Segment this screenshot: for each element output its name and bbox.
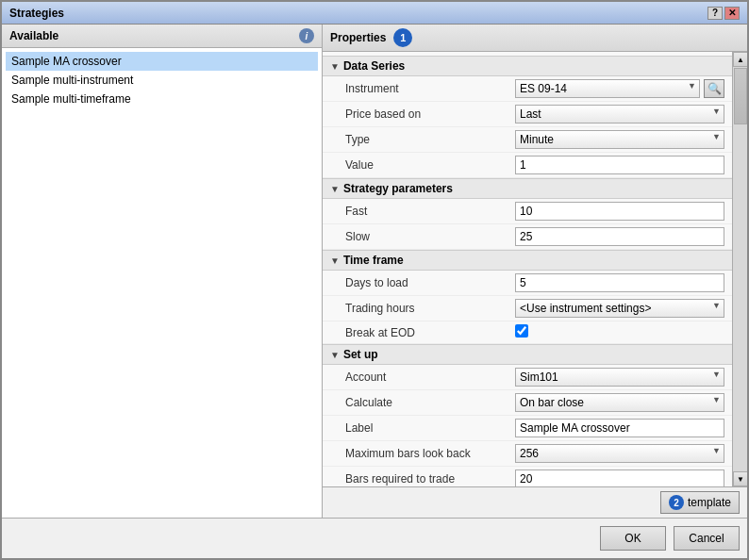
right-scrollbar: ▲ ▼ xyxy=(732,52,747,486)
instrument-row: Instrument ES 09-14 🔍 xyxy=(323,76,732,102)
account-row: Account Sim101 xyxy=(323,365,732,390)
dialog-title: Strategies xyxy=(9,7,64,20)
strategy-params-section-header: ▼ Strategy parameters xyxy=(323,178,732,199)
left-panel: Available i Sample MA crossover Sample m… xyxy=(2,25,323,518)
template-button[interactable]: 2 template xyxy=(660,491,740,514)
strategy-item-multi-timeframe[interactable]: Sample multi-timeframe xyxy=(6,90,318,108)
strategy-item-multi-instrument[interactable]: Sample multi-instrument xyxy=(6,71,318,90)
days-to-load-label: Days to load xyxy=(345,276,515,289)
value-input[interactable] xyxy=(515,156,724,174)
set-up-collapse[interactable]: ▼ xyxy=(330,350,340,360)
calculate-row: Calculate On bar close On each tick xyxy=(323,390,732,416)
max-bars-label: Maximum bars look back xyxy=(345,447,515,460)
break-at-eod-control xyxy=(515,324,724,340)
strategy-params-collapse[interactable]: ▼ xyxy=(330,184,340,194)
price-based-on-select[interactable]: Last Bid Ask xyxy=(515,105,724,124)
title-bar-buttons: ? ✕ xyxy=(707,7,740,20)
properties-scroll: ▼ Data Series Instrument ES 09-14 xyxy=(323,52,732,486)
data-series-section-header: ▼ Data Series xyxy=(323,56,732,76)
price-based-on-control: Last Bid Ask xyxy=(515,105,724,124)
max-bars-control: 256 512 1024 xyxy=(515,444,724,463)
title-bar: Strategies ? ✕ xyxy=(2,2,747,25)
properties-badge: 1 xyxy=(393,28,412,47)
label-input[interactable] xyxy=(515,419,724,437)
footer: OK Cancel xyxy=(2,518,747,558)
bottom-area: 2 template xyxy=(323,486,747,518)
instrument-search-button[interactable]: 🔍 xyxy=(704,79,724,98)
instrument-label: Instrument xyxy=(345,82,515,95)
account-label: Account xyxy=(345,371,515,384)
break-at-eod-label: Break at EOD xyxy=(345,326,515,339)
label-field-label: Label xyxy=(345,421,515,435)
time-frame-section-header: ▼ Time frame xyxy=(323,250,732,271)
slow-row: Slow xyxy=(323,224,732,250)
calculate-control: On bar close On each tick xyxy=(515,393,724,412)
bars-required-label: Bars required to trade xyxy=(345,472,515,486)
strategy-list: Sample MA crossover Sample multi-instrum… xyxy=(2,48,322,518)
price-based-on-label: Price based on xyxy=(345,107,515,121)
break-at-eod-row: Break at EOD xyxy=(323,321,732,344)
price-based-on-row: Price based on Last Bid Ask xyxy=(323,102,732,127)
type-select[interactable]: Minute Day Hour xyxy=(515,130,724,149)
type-label: Type xyxy=(345,133,515,146)
slow-control xyxy=(515,227,724,246)
days-to-load-row: Days to load xyxy=(323,271,732,296)
scroll-thumb[interactable] xyxy=(734,68,747,124)
available-header: Available i xyxy=(2,25,322,48)
fast-input[interactable] xyxy=(515,202,724,221)
scroll-down-button[interactable]: ▼ xyxy=(733,471,747,486)
type-control: Minute Day Hour xyxy=(515,130,724,149)
available-label: Available xyxy=(9,29,58,42)
scroll-track xyxy=(733,67,747,471)
calculate-select[interactable]: On bar close On each tick xyxy=(515,393,724,412)
type-row: Type Minute Day Hour xyxy=(323,127,732,153)
trading-hours-select[interactable]: <Use instrument settings> Regular Extend… xyxy=(515,299,724,318)
help-button[interactable]: ? xyxy=(707,7,723,20)
set-up-label: Set up xyxy=(343,348,378,361)
fast-row: Fast xyxy=(323,199,732,224)
template-label: template xyxy=(688,496,731,509)
time-frame-collapse[interactable]: ▼ xyxy=(330,255,340,266)
set-up-section-header: ▼ Set up xyxy=(323,344,732,365)
trading-hours-label: Trading hours xyxy=(345,302,515,315)
max-bars-row: Maximum bars look back 256 512 1024 xyxy=(323,441,732,467)
time-frame-label: Time frame xyxy=(343,254,404,267)
instrument-select[interactable]: ES 09-14 xyxy=(515,79,700,98)
value-row: Value xyxy=(323,153,732,178)
scroll-up-button[interactable]: ▲ xyxy=(733,52,747,67)
account-select[interactable]: Sim101 xyxy=(515,368,724,387)
slow-label: Slow xyxy=(345,230,515,243)
data-series-label: Data Series xyxy=(343,59,405,73)
strategy-params-label: Strategy parameters xyxy=(343,182,453,195)
days-to-load-control xyxy=(515,273,724,292)
collapse-triangle[interactable]: ▼ xyxy=(330,61,340,72)
ok-button[interactable]: OK xyxy=(600,526,666,551)
calculate-label: Calculate xyxy=(345,396,515,409)
bars-required-row: Bars required to trade xyxy=(323,467,732,486)
instrument-control: ES 09-14 🔍 xyxy=(515,79,724,98)
value-label: Value xyxy=(345,158,515,172)
strategies-dialog: Strategies ? ✕ Available i Sample MA cro… xyxy=(0,0,749,560)
account-control: Sim101 xyxy=(515,368,724,387)
close-button[interactable]: ✕ xyxy=(724,7,740,20)
bars-required-control xyxy=(515,469,724,486)
value-control xyxy=(515,156,724,174)
info-icon[interactable]: i xyxy=(299,28,314,43)
properties-label: Properties xyxy=(330,31,386,44)
trading-hours-control: <Use instrument settings> Regular Extend… xyxy=(515,299,724,318)
content-area: Available i Sample MA crossover Sample m… xyxy=(2,25,747,518)
bars-required-input[interactable] xyxy=(515,469,724,486)
break-at-eod-checkbox[interactable] xyxy=(515,324,528,338)
properties-header: Properties 1 xyxy=(323,25,747,52)
right-panel: Properties 1 ▼ Data Series Instrument xyxy=(323,25,747,518)
slow-input[interactable] xyxy=(515,227,724,246)
max-bars-select[interactable]: 256 512 1024 xyxy=(515,444,724,463)
label-control xyxy=(515,419,724,437)
cancel-button[interactable]: Cancel xyxy=(674,526,740,551)
fast-control xyxy=(515,202,724,221)
template-badge: 2 xyxy=(669,495,684,510)
label-row: Label xyxy=(323,416,732,441)
strategy-item-ma[interactable]: Sample MA crossover xyxy=(6,52,318,71)
days-to-load-input[interactable] xyxy=(515,273,724,292)
trading-hours-row: Trading hours <Use instrument settings> … xyxy=(323,296,732,321)
